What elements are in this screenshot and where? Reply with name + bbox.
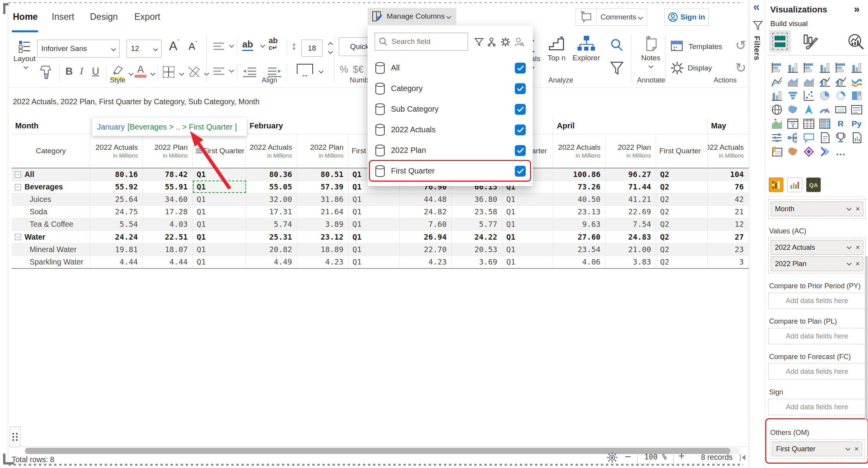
collapse-icon[interactable]: − xyxy=(15,172,21,178)
qa-visual-icon[interactable] xyxy=(801,131,817,145)
data-cell[interactable]: Q1 xyxy=(193,256,246,268)
data-cell[interactable]: 26.94 xyxy=(400,231,452,243)
data-cell[interactable]: Q2 xyxy=(656,218,708,230)
panel-scrollbar[interactable] xyxy=(865,256,868,419)
collapse-icon[interactable]: − xyxy=(15,184,21,190)
data-cell[interactable]: 17.31 xyxy=(246,206,297,218)
column-width-button[interactable]: ↔ xyxy=(297,64,313,79)
display-button[interactable]: Display xyxy=(671,61,712,75)
well-dropzone[interactable]: First Quarter× xyxy=(769,439,864,459)
first-page-button[interactable]: | xyxy=(739,453,745,462)
field-pill-2022-actuals[interactable]: 2022 Actuals× xyxy=(771,240,863,255)
hierarchy-icon[interactable] xyxy=(488,37,498,47)
stacked-bar-chart-icon[interactable] xyxy=(769,61,785,75)
data-cell[interactable]: 25.31 xyxy=(246,231,297,243)
increase-font-button[interactable]: Aˆ xyxy=(169,39,180,53)
undo-button[interactable]: ↺ xyxy=(735,37,747,53)
well-placeholder[interactable]: Add data fields here xyxy=(768,363,866,380)
custom-qa-visual-icon[interactable]: QA xyxy=(806,177,821,192)
table-visual-icon[interactable] xyxy=(801,117,817,131)
data-cell[interactable]: 4.44 xyxy=(143,256,193,268)
data-cell[interactable]: Q1 xyxy=(502,206,553,218)
row-label[interactable]: Soda xyxy=(12,206,90,218)
data-cell[interactable]: 24.75 xyxy=(90,206,143,218)
data-cell[interactable]: 24.82 xyxy=(400,206,452,218)
pie-chart-icon[interactable] xyxy=(817,89,833,103)
hundred-stacked-bar-chart-icon[interactable] xyxy=(833,61,849,75)
highlight-color-chevron[interactable] xyxy=(129,71,134,76)
stacked-area-chart-icon[interactable] xyxy=(801,75,817,89)
data-cell[interactable]: 44.48 xyxy=(400,193,452,205)
data-cell[interactable]: 20.82 xyxy=(246,244,297,256)
data-cell[interactable]: Q1 xyxy=(502,218,553,230)
tab-format-visual[interactable] xyxy=(802,33,819,51)
area-chart-icon[interactable] xyxy=(785,75,801,89)
data-cell[interactable]: Q2 xyxy=(656,181,708,193)
data-cell[interactable]: 104 xyxy=(708,168,749,181)
checked-checkbox[interactable] xyxy=(515,145,526,156)
percent-format-button[interactable]: % xyxy=(340,64,348,75)
data-cell[interactable]: 20.53 xyxy=(452,244,502,256)
filled-map-icon[interactable] xyxy=(785,103,801,117)
stacked-column-chart-icon[interactable] xyxy=(785,61,801,75)
data-cell[interactable]: 71.44 xyxy=(606,181,656,193)
inforiver-analytics-plus-icon[interactable] xyxy=(769,177,783,192)
line-and-stacked-column-chart-icon[interactable] xyxy=(817,75,833,89)
data-cell[interactable]: 4.23 xyxy=(400,256,452,268)
funnel-chart-icon[interactable] xyxy=(785,89,801,103)
scatter-chart-icon[interactable] xyxy=(801,89,817,103)
data-cell[interactable]: Q2 xyxy=(656,168,708,181)
column-header-measure[interactable]: 2022 Actualsin Millions xyxy=(553,134,606,168)
data-cell[interactable]: 27.60 xyxy=(553,231,606,243)
data-cell[interactable]: 23.13 xyxy=(553,206,606,218)
text-direction-chevron[interactable] xyxy=(260,43,265,48)
filter-icon[interactable] xyxy=(753,20,763,31)
data-cell[interactable]: 32.00 xyxy=(246,193,297,205)
power-automate-icon[interactable] xyxy=(817,145,833,159)
borders-button[interactable] xyxy=(163,66,174,78)
column-header-measure[interactable]: 2022 Actualsin Millions xyxy=(708,134,749,168)
layout-button[interactable]: Layout xyxy=(12,39,37,70)
data-cell[interactable]: 3.83 xyxy=(606,256,656,268)
pill-remove-icon[interactable]: × xyxy=(856,259,860,268)
row-height-increase[interactable] xyxy=(328,42,333,47)
hundred-stacked-column-chart-icon[interactable] xyxy=(849,61,864,75)
data-cell[interactable]: Q1 xyxy=(349,206,400,218)
settings-gear-icon[interactable] xyxy=(607,452,618,463)
kpi-icon[interactable] xyxy=(769,117,785,131)
donut-chart-icon[interactable] xyxy=(833,89,849,103)
data-cell[interactable]: 4.44 xyxy=(90,256,143,268)
data-cell[interactable]: 80.36 xyxy=(246,168,297,181)
tab-design[interactable]: Design xyxy=(90,12,118,22)
data-cell[interactable]: 22.69 xyxy=(606,206,656,218)
row-label[interactable]: Sparkling Water xyxy=(12,256,90,268)
drag-handle[interactable] xyxy=(10,426,21,447)
map-icon[interactable] xyxy=(769,103,785,117)
data-cell[interactable]: 73.26 xyxy=(553,181,606,193)
row-height-input[interactable]: 18 xyxy=(301,40,322,57)
data-cell[interactable]: 22.70 xyxy=(400,244,452,256)
font-color-chevron[interactable] xyxy=(150,71,155,76)
scorecard-icon[interactable]: 123 xyxy=(769,145,785,159)
data-cell[interactable]: 23.12 xyxy=(297,231,349,243)
data-cell[interactable]: Q1 xyxy=(193,193,246,205)
card-icon[interactable]: 123 xyxy=(833,103,849,117)
horizontal-align-icon[interactable] xyxy=(213,66,226,77)
decrease-font-button[interactable]: Aˇ xyxy=(188,40,197,53)
data-cell[interactable]: 21.00 xyxy=(606,244,656,256)
tab-analytics[interactable] xyxy=(847,33,865,51)
search-field[interactable]: Search field xyxy=(375,33,468,51)
vertical-align-chevron[interactable] xyxy=(229,43,234,48)
data-cell[interactable]: 23.58 xyxy=(452,206,502,218)
data-cell[interactable]: 78.42 xyxy=(143,168,193,181)
filter-icon[interactable] xyxy=(610,61,624,76)
data-cell[interactable]: 34.60 xyxy=(143,193,193,205)
zoom-in-button[interactable]: + xyxy=(678,450,685,462)
clustered-bar-chart-icon[interactable] xyxy=(801,61,817,75)
tab-export[interactable]: Export xyxy=(134,12,160,22)
selected-cell[interactable] xyxy=(193,181,246,193)
data-cell[interactable]: Q1 xyxy=(502,256,553,268)
multi-row-card-icon[interactable] xyxy=(849,103,864,117)
collapse-icon[interactable]: − xyxy=(15,234,21,240)
data-cell[interactable]: Q1 xyxy=(349,231,400,243)
